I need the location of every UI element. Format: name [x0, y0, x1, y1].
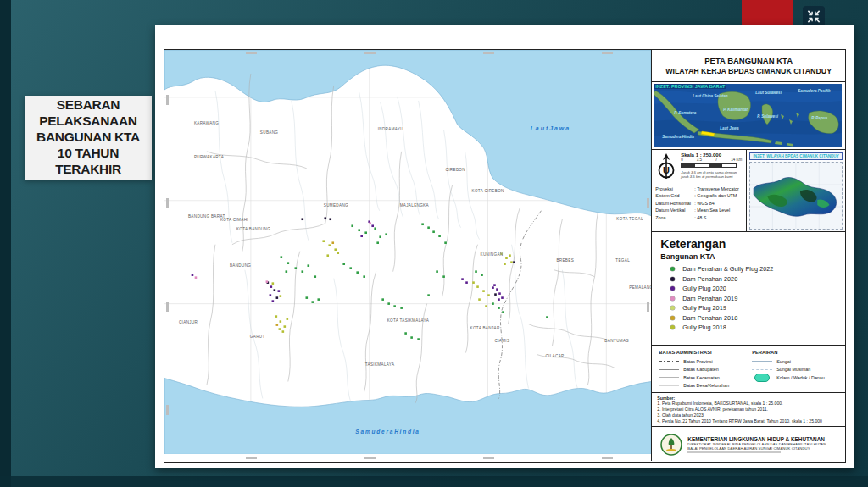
legend-item: Gully Plug 2020	[660, 284, 837, 294]
map-title-panel: PETA BANGUNAN KTA WILAYAH KERJA BPDAS CI…	[652, 50, 845, 82]
kta-dot	[436, 270, 438, 273]
kta-dot	[328, 244, 331, 246]
kta-dot	[478, 298, 481, 301]
samudera-hindia-sea	[164, 379, 651, 455]
legend-dot-icon	[670, 267, 675, 271]
region-label: KOTA CIMAHI	[220, 218, 248, 222]
kta-dot	[192, 274, 194, 276]
kta-dot	[438, 235, 441, 237]
kta-dot	[427, 226, 430, 229]
ministry-logo-icon	[660, 434, 682, 456]
kta-dot	[442, 275, 445, 278]
kta-dot	[270, 294, 272, 296]
kta-dot	[487, 294, 490, 296]
kta-dot	[410, 336, 413, 339]
projection-row: Proyeksi: Transverse Mercator	[655, 185, 743, 192]
legend-dot-icon	[670, 277, 675, 281]
kta-dot	[307, 264, 309, 267]
kta-dot	[501, 296, 504, 299]
kta-dot	[475, 270, 477, 273]
legend-item: Dam Penahan 2020	[660, 274, 837, 285]
kta-dot	[427, 294, 430, 296]
slide-title-card: SEBARANPELAKSANAANBANGUNAN KTA10 TAHUNTE…	[25, 96, 152, 180]
kta-dot	[280, 295, 282, 297]
kta-dot	[326, 254, 329, 257]
kta-dot	[351, 224, 353, 227]
inset-wilayah-bpdas: INZET: WILAYAH BPDAS CIMANUK CITANDUY	[747, 150, 845, 231]
map-title-line1: PETA BANGUNAN KTA	[704, 56, 793, 65]
kta-dot	[393, 305, 396, 307]
region-label: SUBANG	[260, 130, 279, 135]
legend-dot-icon	[670, 286, 675, 291]
region-label: CIREBON	[446, 168, 465, 172]
kta-dot	[481, 274, 483, 276]
inset1-sea-label: Samudera Pasifik	[798, 89, 830, 93]
kta-dot	[369, 222, 371, 224]
region-label: CIANJUR	[179, 320, 198, 324]
kta-dot	[360, 235, 363, 237]
kta-dot	[287, 262, 290, 264]
kta-dot	[376, 241, 379, 244]
north-arrow-icon: U	[655, 152, 677, 181]
legend-panel: Keterangan Bangunan KTA Dam Penahan & Gu…	[652, 232, 845, 346]
legend-subheading: Bangunan KTA	[660, 252, 837, 261]
kta-dot	[280, 320, 282, 323]
region-label: TASIKMALAYA	[365, 362, 395, 367]
kta-dot	[301, 218, 303, 220]
region-label: KOTA BANJAR	[470, 326, 500, 330]
sea-label: L a u t J a w a	[531, 125, 569, 131]
kta-dot	[371, 224, 374, 227]
kta-dot	[461, 278, 464, 280]
legend-heading: Keterangan	[660, 237, 837, 251]
perairan-heading: PERAIRAN	[752, 350, 838, 355]
inset1-sea-label: P. Sumatera	[674, 111, 696, 115]
perairan-item: Sungai Musiman	[752, 366, 838, 374]
kta-dot	[195, 276, 198, 279]
kta-dot	[502, 311, 504, 313]
address-line	[687, 451, 781, 454]
region-label: BANDUNG	[230, 263, 251, 268]
scale-bar	[681, 163, 737, 168]
fullscreen-collapse-icon	[805, 8, 822, 25]
fullscreen-button[interactable]	[803, 6, 825, 27]
region-label: INDRAMAYU	[378, 127, 403, 131]
perairan-item: Sungai	[752, 357, 838, 366]
region-label: MAJALENGKA	[400, 203, 430, 208]
region-label: SUMEDANG	[324, 203, 348, 208]
sea-label: S a m u d e r a H i n d i a	[355, 429, 419, 434]
region-label: TEGAL	[615, 258, 630, 263]
kta-dot	[472, 281, 475, 284]
kta-dot	[274, 289, 276, 291]
kta-dot	[284, 325, 287, 328]
kta-dot	[465, 281, 468, 284]
batas-heading: BATAS ADMINISTRASI	[659, 350, 745, 355]
kta-dot	[374, 227, 376, 230]
region-label: CILACAP	[545, 354, 564, 358]
region-label: BREBES	[556, 258, 574, 263]
map-layout-frame: KARAWANGSUBANGPURWAKARTAINDRAMAYUCIREBON…	[164, 49, 846, 463]
region-label: KOTA TASIKMALAYA	[387, 318, 430, 323]
kta-dot	[301, 270, 303, 273]
inset1-sea-label: Laut Jawa	[720, 126, 738, 130]
kta-dot	[513, 261, 515, 263]
kta-dot	[432, 230, 435, 233]
kta-dot	[311, 301, 314, 303]
batas-item: Batas Desa/Kelurahan	[659, 382, 745, 390]
projection-row: Sistem Grid: Geografis dan UTM	[655, 192, 743, 199]
ministry-footer: KEMENTERIAN LINGKUNGAN HIDUP & KEHUTANAN…	[652, 427, 845, 462]
kta-dot	[493, 284, 496, 286]
inset-provinsi-jawa-barat: INZET: PROVINSI JAWA BARAT	[652, 82, 845, 150]
kta-dot	[272, 300, 275, 302]
kta-dot	[498, 298, 500, 301]
kta-dot	[387, 302, 390, 305]
region-label: KOTA BANDUNG	[236, 227, 270, 231]
kta-dot	[276, 324, 279, 326]
laut-jawa-sea	[164, 50, 651, 216]
kta-dot	[278, 290, 281, 292]
kta-dot	[275, 315, 278, 318]
inset1-sea-label: Laut Sulawesi	[755, 91, 782, 95]
projection-row: Datum Horisontal: WGS 84	[655, 200, 743, 207]
legend-item: Gully Plug 2019	[660, 303, 837, 313]
left-edge-strip	[0, 0, 11, 487]
ministry-name: KEMENTERIAN LINGKUNGAN HIDUP & KEHUTANAN	[687, 436, 826, 442]
